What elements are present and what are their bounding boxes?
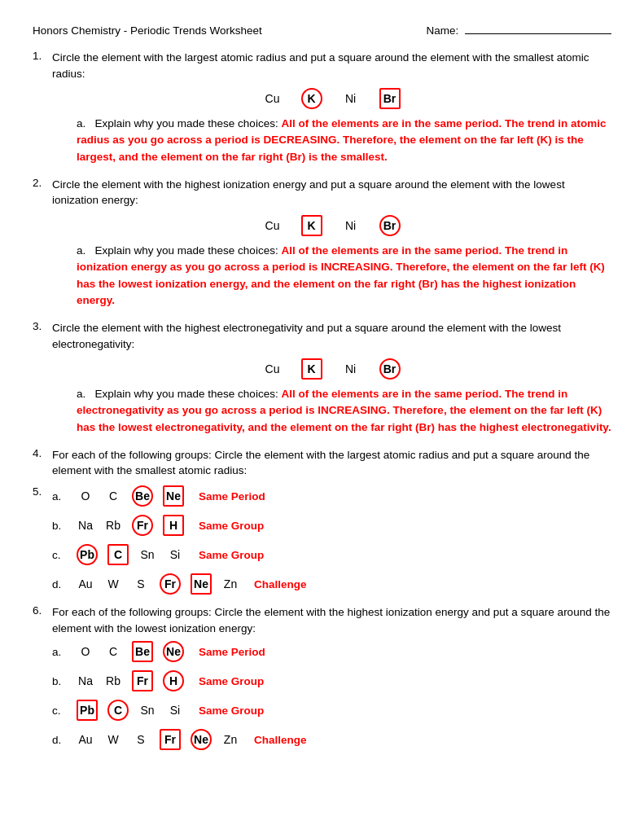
q3-text: Circle the element with the highest elec… (52, 320, 611, 352)
q6b-h-circle: H (163, 670, 184, 691)
q4-sub-d: d. Au W S Fr Ne Zn Challenge (52, 573, 611, 595)
q6-sub-c: c. Pb C Sn Si Same Group (52, 700, 611, 721)
q6d-fr-square: Fr (160, 729, 181, 750)
q3-elements: Cu K Ni Br (52, 358, 611, 380)
q1-explain: a. Explain why you made these choices: A… (77, 116, 611, 165)
q6c-c-circle: C (107, 700, 129, 721)
q6-sub-a: a. O C Be Ne Same Period (52, 641, 611, 662)
question-2: 2. Circle the element with the highest i… (33, 177, 611, 315)
q6-text: For each of the following groups: Circle… (52, 604, 611, 636)
q1-ni: Ni (342, 92, 360, 105)
q3-ni: Ni (342, 362, 360, 375)
q6a-be-square: Be (132, 641, 153, 662)
q6-sub-b: b. Na Rb Fr H Same Group (52, 670, 611, 691)
q2-text: Circle the element with the highest ioni… (52, 177, 611, 208)
q4-text: For each of the following groups: Circle… (52, 447, 611, 479)
q4-sub-c: c. Pb C Sn Si Same Group (52, 544, 611, 565)
q2-explain: a. Explain why you made these choices: A… (77, 243, 611, 309)
q6a-ne-circle: Ne (163, 641, 184, 662)
worksheet-title: Honors Chemistry - Periodic Trends Works… (33, 24, 262, 37)
q4-number: 4. (33, 447, 47, 484)
q4-sub-b: b. Na Rb Fr H Same Group (52, 515, 611, 536)
name-field: Name: (426, 24, 611, 37)
q1-number: 1. (33, 50, 47, 172)
q1-cu: Cu (264, 92, 282, 105)
q4c-pb-circle: Pb (77, 544, 98, 565)
q1-k-circle: K (301, 88, 322, 109)
q4d-ne-square: Ne (191, 573, 212, 595)
q2-cu: Cu (264, 219, 282, 232)
q2-k-square: K (301, 215, 322, 236)
question-1: 1. Circle the element with the largest a… (33, 50, 611, 172)
q2-br-circle: Br (379, 215, 401, 236)
question-4: 4. For each of the following groups: Cir… (33, 447, 611, 484)
q5-number: 5. (33, 485, 47, 603)
q4b-fr-circle: Fr (132, 515, 153, 536)
q4a-ne-square: Ne (163, 485, 184, 507)
q1-br-square: Br (379, 88, 401, 109)
q3-br-circle: Br (379, 358, 401, 380)
q3-explain: a. Explain why you made these choices: A… (77, 386, 611, 436)
q1-text: Circle the element with the largest atom… (52, 50, 611, 81)
q4a-be-circle: Be (132, 485, 153, 507)
q6-number: 6. (33, 604, 47, 758)
q2-number: 2. (33, 177, 47, 315)
q6b-fr-square: Fr (132, 670, 153, 691)
q4b-h-square: H (163, 515, 184, 536)
question-5: 5. a. O C Be Ne Same Period b. Na Rb Fr … (33, 485, 611, 603)
q2-elements: Cu K Ni Br (52, 215, 611, 236)
q4d-fr-circle: Fr (160, 573, 181, 595)
q4-sub-a: a. O C Be Ne Same Period (52, 485, 611, 507)
page-header: Honors Chemistry - Periodic Trends Works… (33, 24, 611, 37)
q6-sub-d: d. Au W S Fr Ne Zn Challenge (52, 729, 611, 750)
q1-elements: Cu K Ni Br (52, 88, 611, 109)
q3-cu: Cu (264, 362, 282, 375)
q4c-c-square: C (107, 544, 129, 565)
question-3: 3. Circle the element with the highest e… (33, 320, 611, 442)
q3-k-square: K (301, 358, 322, 380)
q3-number: 3. (33, 320, 47, 442)
question-6: 6. For each of the following groups: Cir… (33, 604, 611, 758)
q6c-pb-square: Pb (77, 700, 98, 721)
name-underline (465, 33, 611, 34)
q6d-ne-circle: Ne (191, 729, 212, 750)
q2-ni: Ni (342, 219, 360, 232)
